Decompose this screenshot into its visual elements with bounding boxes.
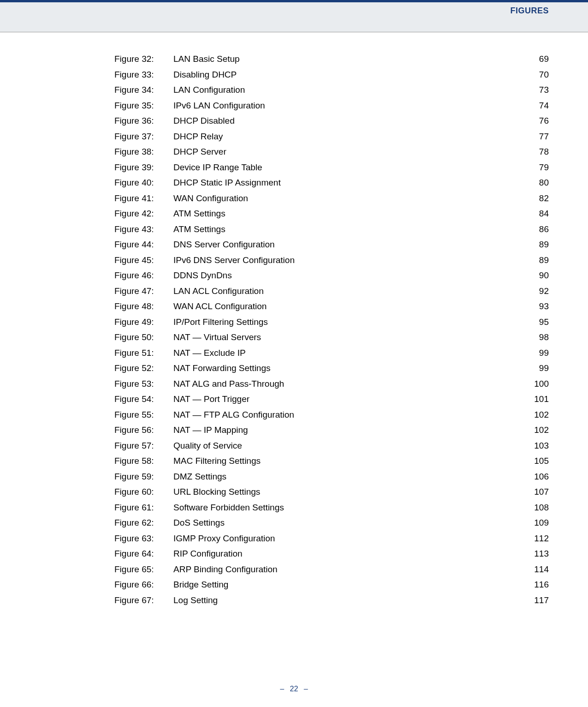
figure-title: LAN Configuration [173, 85, 521, 94]
figure-row[interactable]: Figure 52:NAT Forwarding Settings99 [114, 364, 549, 372]
figure-page: 80 [521, 178, 549, 187]
figure-row[interactable]: Figure 46:DDNS DynDns90 [114, 271, 549, 280]
figure-label: Figure 41: [114, 194, 173, 203]
figure-title: DoS Settings [173, 518, 521, 527]
figure-label: Figure 53: [114, 379, 173, 388]
figure-title: DHCP Disabled [173, 116, 521, 125]
figure-page: 78 [521, 147, 549, 156]
figure-row[interactable]: Figure 57:Quality of Service103 [114, 441, 549, 450]
figure-title: NAT Forwarding Settings [173, 364, 521, 372]
figure-row[interactable]: Figure 48:WAN ACL Configuration93 [114, 302, 549, 311]
figure-label: Figure 66: [114, 580, 173, 589]
figure-title: LAN ACL Configuration [173, 287, 521, 295]
figure-row[interactable]: Figure 58:MAC Filtering Settings105 [114, 456, 549, 465]
figure-title: LAN Basic Setup [173, 54, 521, 63]
figure-title: Device IP Range Table [173, 163, 521, 172]
figure-label: Figure 43: [114, 225, 173, 234]
figure-page: 84 [521, 209, 549, 218]
figure-page: 73 [521, 85, 549, 94]
figure-title: URL Blocking Settings [173, 487, 521, 496]
figure-row[interactable]: Figure 56:NAT — IP Mapping102 [114, 425, 549, 434]
figure-row[interactable]: Figure 43:ATM Settings86 [114, 225, 549, 234]
figure-title: NAT — IP Mapping [173, 425, 521, 434]
figure-row[interactable]: Figure 54:NAT — Port Trigger101 [114, 395, 549, 403]
figure-title: RIP Configuration [173, 549, 521, 558]
figure-row[interactable]: Figure 60:URL Blocking Settings107 [114, 487, 549, 496]
figure-label: Figure 67: [114, 596, 173, 605]
footer-dash-left: – [280, 685, 284, 693]
figure-title: NAT — Port Trigger [173, 395, 521, 403]
figure-row[interactable]: Figure 65:ARP Binding Configuration114 [114, 565, 549, 574]
figure-page: 114 [521, 565, 549, 574]
figure-page: 107 [521, 487, 549, 496]
figure-row[interactable]: Figure 50:NAT — Virtual Servers98 [114, 333, 549, 342]
figure-page: 99 [521, 348, 549, 357]
figure-title: DHCP Relay [173, 132, 521, 141]
figure-title: DHCP Server [173, 147, 521, 156]
figure-page: 82 [521, 194, 549, 203]
figure-row[interactable]: Figure 66:Bridge Setting116 [114, 580, 549, 589]
figure-label: Figure 47: [114, 287, 173, 295]
figure-row[interactable]: Figure 49:IP/Port Filtering Settings95 [114, 318, 549, 326]
figure-title: Bridge Setting [173, 580, 521, 589]
figure-page: 70 [521, 70, 549, 79]
figure-title: Software Forbidden Settings [173, 503, 521, 512]
figure-row[interactable]: Figure 47:LAN ACL Configuration92 [114, 287, 549, 295]
figure-page: 69 [521, 54, 549, 63]
figure-page: 116 [521, 580, 549, 589]
figure-label: Figure 39: [114, 163, 173, 172]
figure-row[interactable]: Figure 53:NAT ALG and Pass-Through100 [114, 379, 549, 388]
figure-row[interactable]: Figure 67:Log Setting117 [114, 596, 549, 605]
figure-page: 93 [521, 302, 549, 311]
figure-page: 101 [521, 395, 549, 403]
figure-title: MAC Filtering Settings [173, 456, 521, 465]
figure-row[interactable]: Figure 32:LAN Basic Setup69 [114, 54, 549, 63]
figure-row[interactable]: Figure 63:IGMP Proxy Configuration112 [114, 534, 549, 543]
figure-label: Figure 59: [114, 472, 173, 481]
header-title: FIGURES [510, 6, 549, 16]
figure-label: Figure 61: [114, 503, 173, 512]
footer-dash-right: – [304, 685, 308, 693]
figure-row[interactable]: Figure 64:RIP Configuration113 [114, 549, 549, 558]
figure-row[interactable]: Figure 55:NAT — FTP ALG Configuration102 [114, 410, 549, 419]
figure-title: NAT ALG and Pass-Through [173, 379, 521, 388]
figure-row[interactable]: Figure 36:DHCP Disabled76 [114, 116, 549, 125]
figure-title: Disabling DHCP [173, 70, 521, 79]
figure-row[interactable]: Figure 41:WAN Configuration82 [114, 194, 549, 203]
figure-label: Figure 38: [114, 147, 173, 156]
figure-title: IGMP Proxy Configuration [173, 534, 521, 543]
figure-page: 117 [521, 596, 549, 605]
figure-row[interactable]: Figure 61:Software Forbidden Settings108 [114, 503, 549, 512]
figure-row[interactable]: Figure 51:NAT — Exclude IP99 [114, 348, 549, 357]
figure-page: 92 [521, 287, 549, 295]
figure-title: DMZ Settings [173, 472, 521, 481]
figure-row[interactable]: Figure 62:DoS Settings109 [114, 518, 549, 527]
figure-row[interactable]: Figure 38:DHCP Server78 [114, 147, 549, 156]
figure-row[interactable]: Figure 40:DHCP Static IP Assignment80 [114, 178, 549, 187]
figure-label: Figure 51: [114, 348, 173, 357]
figure-row[interactable]: Figure 59:DMZ Settings106 [114, 472, 549, 481]
figure-label: Figure 40: [114, 178, 173, 187]
figure-row[interactable]: Figure 42:ATM Settings84 [114, 209, 549, 218]
figure-page: 109 [521, 518, 549, 527]
figure-page: 76 [521, 116, 549, 125]
figure-title: NAT — Virtual Servers [173, 333, 521, 342]
figure-row[interactable]: Figure 37:DHCP Relay77 [114, 132, 549, 141]
figure-page: 108 [521, 503, 549, 512]
figure-row[interactable]: Figure 44:DNS Server Configuration89 [114, 240, 549, 249]
figure-page: 112 [521, 534, 549, 543]
figure-row[interactable]: Figure 45:IPv6 DNS Server Configuration8… [114, 256, 549, 264]
figure-label: Figure 63: [114, 534, 173, 543]
figure-page: 102 [521, 410, 549, 419]
figure-title: ATM Settings [173, 225, 521, 234]
figure-row[interactable]: Figure 33:Disabling DHCP70 [114, 70, 549, 79]
figure-row[interactable]: Figure 35:IPv6 LAN Configuration74 [114, 101, 549, 110]
figure-page: 98 [521, 333, 549, 342]
content-area: Figure 32:LAN Basic Setup69Figure 33:Dis… [0, 32, 588, 605]
figure-label: Figure 45: [114, 256, 173, 264]
figure-row[interactable]: Figure 39:Device IP Range Table79 [114, 163, 549, 172]
figure-title: IPv6 DNS Server Configuration [173, 256, 521, 264]
figure-title: NAT — FTP ALG Configuration [173, 410, 521, 419]
figure-title: DDNS DynDns [173, 271, 521, 280]
figure-row[interactable]: Figure 34:LAN Configuration73 [114, 85, 549, 94]
